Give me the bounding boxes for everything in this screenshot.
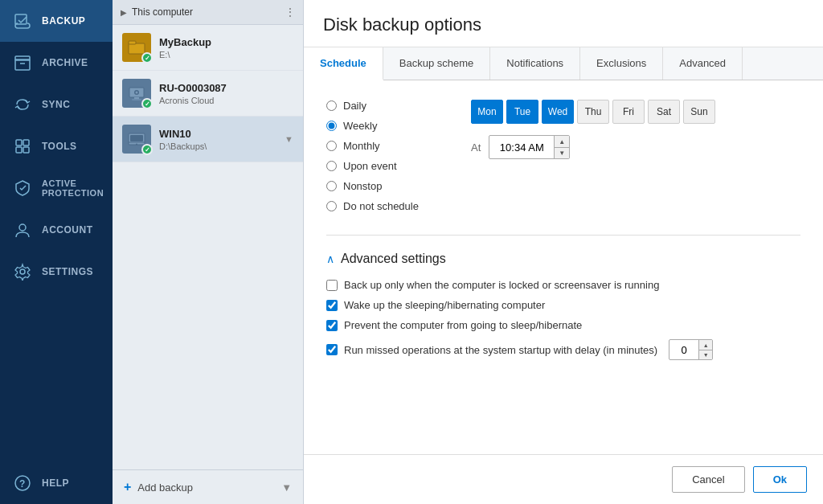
- svg-point-18: [136, 92, 138, 94]
- radio-daily-input[interactable]: [326, 100, 337, 111]
- sidebar-item-active-protection[interactable]: ACTIVE PROTECTION: [0, 167, 113, 209]
- cancel-button[interactable]: Cancel: [672, 466, 744, 493]
- backup-item-win10[interactable]: WIN10 D:\Backups\ ▼: [113, 117, 303, 162]
- checkbox-lock-screensaver-input[interactable]: [326, 280, 338, 291]
- sidebar-item-archive[interactable]: ARCHIVE: [0, 42, 113, 84]
- day-thu-button[interactable]: Thu: [577, 100, 609, 124]
- time-down-button[interactable]: ▼: [555, 147, 569, 158]
- time-input-wrap: ▲ ▼: [489, 135, 570, 159]
- ru-info: RU-O0003087 Acronis Cloud: [159, 82, 293, 105]
- sidebar-item-backup[interactable]: BACKUP: [0, 0, 113, 42]
- advanced-settings-title: Advanced settings: [341, 252, 446, 266]
- radio-weekly-input[interactable]: [326, 121, 337, 131]
- advanced-settings-header[interactable]: ∧ Advanced settings: [326, 252, 800, 266]
- time-row: At ▲ ▼: [471, 135, 715, 159]
- sidebar-item-account-label: ACCOUNT: [42, 224, 93, 236]
- tools-icon: [13, 137, 32, 156]
- svg-rect-2: [15, 56, 30, 60]
- account-icon: [13, 220, 32, 240]
- day-sat-button[interactable]: Sat: [648, 100, 680, 124]
- svg-text:?: ?: [19, 478, 26, 490]
- sidebar: BACKUP ARCHIVE SYNC: [0, 0, 113, 504]
- tab-exclusions[interactable]: Exclusions: [580, 47, 663, 80]
- at-label: At: [471, 141, 481, 154]
- checkbox-prevent-sleep[interactable]: Prevent the computer from going to sleep…: [326, 319, 800, 331]
- checkbox-wake-up[interactable]: Wake up the sleeping/hibernating compute…: [326, 299, 800, 311]
- radio-daily[interactable]: Daily: [326, 100, 439, 112]
- radio-nonstop[interactable]: Nonstop: [326, 180, 439, 192]
- checkbox-wake-up-input[interactable]: [326, 300, 338, 311]
- sidebar-item-settings[interactable]: SETTINGS: [0, 251, 113, 293]
- svg-rect-20: [130, 135, 143, 141]
- svg-rect-16: [132, 99, 141, 100]
- radio-monthly-input[interactable]: [326, 141, 337, 151]
- page-title: Disk backup options: [304, 0, 823, 47]
- checkbox-lock-screensaver[interactable]: Back up only when the computer is locked…: [326, 279, 800, 291]
- tab-notifications[interactable]: Notifications: [490, 47, 580, 80]
- win10-expand-arrow[interactable]: ▼: [285, 134, 293, 144]
- checkbox-prevent-sleep-input[interactable]: [326, 320, 338, 331]
- radio-do-not-schedule[interactable]: Do not schedule: [326, 200, 439, 212]
- sidebar-bottom: ? HELP: [0, 462, 113, 504]
- mybackup-icon: [122, 33, 151, 62]
- svg-point-22: [136, 144, 137, 145]
- day-fri-button[interactable]: Fri: [612, 100, 645, 124]
- tab-schedule[interactable]: Schedule: [304, 47, 383, 80]
- sidebar-item-sync-label: SYNC: [42, 99, 70, 110]
- checkbox-prevent-sleep-label: Prevent the computer from going to sleep…: [344, 319, 582, 331]
- radio-nonstop-label: Nonstop: [343, 180, 382, 192]
- ok-button[interactable]: Ok: [753, 466, 807, 493]
- mybackup-info: MyBackup E:\: [159, 36, 293, 59]
- day-sun-button[interactable]: Sun: [683, 100, 715, 124]
- sidebar-item-tools[interactable]: TOOLS: [0, 125, 113, 167]
- delay-arrows: ▲ ▼: [698, 340, 712, 359]
- svg-rect-6: [16, 147, 22, 153]
- radio-do-not-schedule-input[interactable]: [326, 201, 337, 211]
- time-up-button[interactable]: ▲: [555, 136, 569, 147]
- help-icon: ?: [13, 473, 32, 493]
- checkbox-wake-up-label: Wake up the sleeping/hibernating compute…: [344, 299, 545, 311]
- day-wed-button[interactable]: Wed: [542, 100, 574, 124]
- radio-upon-event-input[interactable]: [326, 161, 337, 171]
- sidebar-item-sync[interactable]: SYNC: [0, 84, 113, 125]
- ru-icon: [122, 79, 151, 108]
- delay-down-button[interactable]: ▼: [699, 350, 712, 359]
- checkbox-run-missed-input[interactable]: [326, 344, 338, 355]
- tab-advanced[interactable]: Advanced: [663, 47, 743, 80]
- middle-header: ▶ This computer ⋮: [113, 0, 303, 25]
- sidebar-item-account[interactable]: ACCOUNT: [0, 209, 113, 251]
- tab-content-schedule: Daily Weekly Monthly Upon event Nonstop: [304, 80, 823, 454]
- win10-name: WIN10: [159, 128, 276, 140]
- sidebar-item-help[interactable]: ? HELP: [0, 462, 113, 504]
- mybackup-status-dot: [141, 52, 153, 64]
- backup-item-mybackup[interactable]: MyBackup E:\: [113, 25, 303, 71]
- tab-backup-scheme[interactable]: Backup scheme: [383, 47, 491, 80]
- svg-point-9: [20, 269, 25, 274]
- add-backup-button[interactable]: + Add backup ▼: [113, 469, 303, 504]
- middle-header-title: This computer: [132, 6, 193, 18]
- day-mon-button[interactable]: Mon: [471, 100, 503, 124]
- menu-icon[interactable]: ⋮: [285, 6, 295, 18]
- day-tue-button[interactable]: Tue: [506, 100, 538, 124]
- tabs-bar: Schedule Backup scheme Notifications Exc…: [304, 47, 823, 80]
- delay-input[interactable]: [669, 342, 698, 358]
- add-backup-label: Add backup: [137, 481, 193, 494]
- radio-nonstop-input[interactable]: [326, 181, 337, 191]
- mybackup-sub: E:\: [159, 50, 293, 59]
- backup-item-ru[interactable]: RU-O0003087 Acronis Cloud: [113, 71, 303, 117]
- radio-upon-event[interactable]: Upon event: [326, 160, 439, 172]
- radio-weekly-label: Weekly: [343, 120, 377, 132]
- days-row: Mon Tue Wed Thu Fri Sat Sun: [471, 100, 715, 124]
- delay-up-button[interactable]: ▲: [699, 340, 712, 350]
- radio-weekly[interactable]: Weekly: [326, 120, 439, 132]
- radio-monthly[interactable]: Monthly: [326, 140, 439, 152]
- chevron-left-icon: ▶: [121, 8, 127, 17]
- middle-panel: ▶ This computer ⋮ MyBackup E:\: [113, 0, 304, 504]
- svg-rect-1: [15, 59, 30, 70]
- time-arrows: ▲ ▼: [554, 136, 569, 158]
- sidebar-item-tools-label: TOOLS: [42, 141, 77, 152]
- checkbox-run-missed[interactable]: Run missed operations at the system star…: [326, 339, 800, 360]
- time-input[interactable]: [489, 138, 554, 157]
- main-footer: Cancel Ok: [304, 454, 823, 504]
- schedule-options: Daily Weekly Monthly Upon event Nonstop: [326, 100, 439, 212]
